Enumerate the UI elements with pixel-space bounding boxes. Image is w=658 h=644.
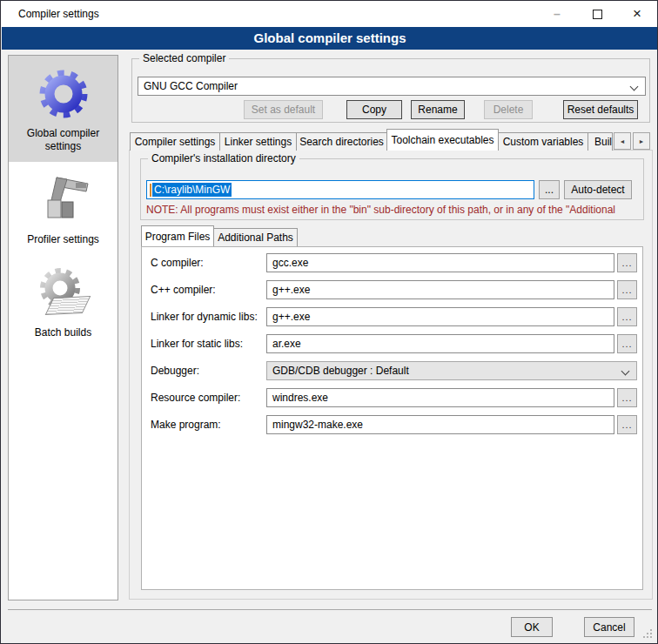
page-title: Global compiler settings <box>2 27 658 50</box>
field-row-resource-compiler: Resource compiler: windres.exe ... <box>142 388 642 407</box>
settings-category-list: Global compiler settings Profiler settin… <box>8 55 118 600</box>
close-icon: × <box>633 5 641 23</box>
chevron-down-icon <box>630 83 639 91</box>
tab-toolchain-executables[interactable]: Toolchain executables <box>386 129 499 151</box>
close-button[interactable]: × <box>617 1 657 27</box>
ok-button[interactable]: OK <box>511 617 553 637</box>
field-row-make-program: Make program: mingw32-make.exe ... <box>142 415 642 434</box>
field-label: Debugger: <box>151 365 199 377</box>
field-value: gcc.exe <box>272 257 308 269</box>
field-row-debugger: Debugger: GDB/CDB debugger : Default <box>142 361 642 380</box>
cancel-button[interactable]: Cancel <box>584 617 634 637</box>
directory-browse-button[interactable]: ... <box>539 180 560 199</box>
make-program-input[interactable]: mingw32-make.exe <box>266 415 614 434</box>
compiler-select[interactable]: GNU GCC Compiler <box>138 77 646 96</box>
browse-button[interactable]: ... <box>617 334 637 353</box>
selected-compiler-group-label: Selected compiler <box>139 52 229 64</box>
tab-program-files[interactable]: Program Files <box>141 225 214 246</box>
caliper-icon <box>36 172 91 228</box>
tab-custom-variables[interactable]: Custom variables <box>498 132 588 151</box>
selected-compiler-group: Selected compiler GNU GCC Compiler Set a… <box>131 58 650 123</box>
chevron-down-icon <box>621 367 630 376</box>
tab-compiler-settings[interactable]: Compiler settings <box>130 132 220 151</box>
field-value: mingw32-make.exe <box>272 419 363 431</box>
delete-button[interactable]: Delete <box>484 100 533 119</box>
tab-scroll-left-button[interactable]: ◄ <box>614 132 631 150</box>
sidebar-item-profiler-settings[interactable]: Profiler settings <box>9 162 118 255</box>
title-bar[interactable]: Compiler settings – × <box>1 1 657 27</box>
field-value: windres.exe <box>272 392 328 404</box>
cpp-compiler-input[interactable]: g++.exe <box>266 280 614 299</box>
sidebar-item-label: Batch builds <box>35 326 91 339</box>
settings-tab-strip: Compiler settings Linker settings Search… <box>130 129 650 151</box>
field-label: C compiler: <box>151 257 204 269</box>
field-row-c-compiler: C compiler: gcc.exe ... <box>142 253 642 272</box>
debugger-select[interactable]: GDB/CDB debugger : Default <box>266 361 637 380</box>
field-label: Linker for dynamic libs: <box>151 311 258 323</box>
tab-linker-settings[interactable]: Linker settings <box>219 132 297 151</box>
installation-directory-group-label: Compiler's installation directory <box>148 152 299 164</box>
field-label: Make program: <box>151 419 221 431</box>
field-value: ar.exe <box>272 338 301 350</box>
window-title: Compiler settings <box>1 8 537 20</box>
minimize-icon: – <box>554 7 561 21</box>
browse-button[interactable]: ... <box>617 307 637 326</box>
text-caret <box>150 184 151 197</box>
sidebar-item-label: Global compiler settings <box>10 127 116 153</box>
field-row-linker-static: Linker for static libs: ar.exe ... <box>142 334 642 353</box>
program-files-tab-strip: Program Files Additional Paths <box>141 225 297 246</box>
field-row-linker-dynamic: Linker for dynamic libs: g++.exe ... <box>142 307 642 326</box>
reset-defaults-button[interactable]: Reset defaults <box>563 100 638 119</box>
minimize-button[interactable]: – <box>537 1 577 27</box>
tab-search-directories[interactable]: Search directories <box>296 132 387 151</box>
gear-blue-icon <box>36 66 91 122</box>
installation-directory-input[interactable]: C:\raylib\MinGW <box>146 180 534 199</box>
browse-button[interactable]: ... <box>617 388 637 407</box>
field-value: g++.exe <box>272 284 310 296</box>
c-compiler-input[interactable]: gcc.exe <box>266 253 614 272</box>
field-value: g++.exe <box>272 311 310 323</box>
browse-button[interactable]: ... <box>617 415 637 434</box>
browse-button[interactable]: ... <box>617 253 637 272</box>
rename-button[interactable]: Rename <box>411 100 465 119</box>
tab-build-options[interactable]: Build options <box>588 132 613 151</box>
resource-compiler-input[interactable]: windres.exe <box>266 388 614 407</box>
program-files-panel: C compiler: gcc.exe ... C++ compiler: g+… <box>141 246 643 590</box>
sidebar-item-global-compiler-settings[interactable]: Global compiler settings <box>9 56 118 162</box>
field-row-cpp-compiler: C++ compiler: g++.exe ... <box>142 280 642 299</box>
linker-static-input[interactable]: ar.exe <box>266 334 614 353</box>
tab-additional-paths[interactable]: Additional Paths <box>213 228 298 246</box>
resize-grip[interactable] <box>650 629 652 631</box>
copy-button[interactable]: Copy <box>346 100 402 119</box>
installation-directory-value: C:\raylib\MinGW <box>152 183 232 197</box>
linker-dynamic-input[interactable]: g++.exe <box>266 307 614 326</box>
set-as-default-button[interactable]: Set as default <box>244 100 323 119</box>
field-label: C++ compiler: <box>151 284 216 296</box>
sidebar-item-label: Profiler settings <box>27 233 99 246</box>
compiler-settings-dialog: Compiler settings – × Global compiler se… <box>0 0 658 644</box>
arrow-left-icon: ◄ <box>620 138 626 144</box>
sidebar-item-batch-builds[interactable]: Batch builds <box>9 255 118 348</box>
bin-subdirectory-note: NOTE: All programs must exist either in … <box>146 204 648 216</box>
field-label: Linker for static libs: <box>151 338 243 350</box>
maximize-icon <box>593 10 602 19</box>
browse-button[interactable]: ... <box>617 280 637 299</box>
field-label: Resource compiler: <box>151 392 240 404</box>
footer-divider <box>8 609 652 610</box>
toolchain-executables-panel: Compiler's installation directory C:\ray… <box>129 150 653 600</box>
field-value: GDB/CDB debugger : Default <box>272 365 409 377</box>
arrow-right-icon: ► <box>639 138 645 144</box>
auto-detect-button[interactable]: Auto-detect <box>564 180 632 199</box>
compiler-select-value: GNU GCC Compiler <box>144 80 238 92</box>
maximize-button[interactable] <box>577 1 617 27</box>
gear-gray-stack-icon <box>36 265 91 321</box>
tab-scroll-right-button[interactable]: ► <box>633 132 650 150</box>
